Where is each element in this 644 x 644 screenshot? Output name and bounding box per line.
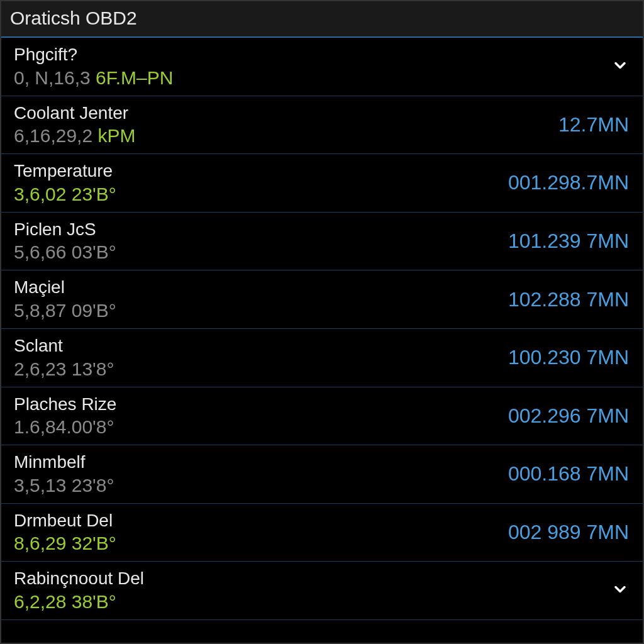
sensor-title: Temperature — [14, 160, 116, 182]
sensor-subtitle: 2,6,23 13'8° — [14, 358, 114, 380]
sensor-subtitle: 6,2,28 38'B° — [14, 591, 144, 613]
sensor-title: Plaches Rize — [14, 394, 116, 415]
sensor-value: 102.288 7MN — [508, 288, 629, 311]
chevron-down-icon[interactable] — [611, 57, 629, 77]
sensor-subtitle: 5,6,66 03'B° — [14, 241, 116, 264]
sensor-row[interactable]: Phgcift?0, N,16,3 6F.M–PN — [1, 38, 643, 96]
sensor-row-left: Maçiel5,8,87 09'B° — [14, 277, 116, 322]
sensor-row[interactable]: Temperature3,6,02 23'B°001.298.7MN — [1, 154, 643, 213]
sensor-row-left: Coolant Jenter6,16,29,2 kPM — [14, 103, 135, 148]
sensor-subtitle: 3,6,02 23'B° — [14, 183, 116, 206]
sensor-row[interactable]: Coolant Jenter6,16,29,2 kPM12.7MN — [1, 96, 643, 155]
sensor-row[interactable]: Maçiel5,8,87 09'B°102.288 7MN — [1, 270, 643, 329]
sensor-value: 100.230 7MN — [508, 346, 629, 369]
sensor-value: 000.168 7MN — [508, 462, 629, 486]
sensor-title: Phgcift? — [14, 44, 173, 65]
sensor-subtitle: 0, N,16,3 6F.M–PN — [14, 67, 173, 89]
app-container: Oraticsh OBD2 Phgcift?0, N,16,3 6F.M–PNC… — [0, 0, 644, 644]
app-header: Oraticsh OBD2 — [1, 1, 643, 38]
sensor-row-left: Sclant2,6,23 13'8° — [14, 335, 114, 380]
sensor-subtitle: 8,6,29 32'B° — [14, 532, 116, 555]
sensor-row[interactable]: Plaches Rize1.6,84.00'8°002.296 7MN — [1, 387, 643, 446]
sensor-title: Drmbeut Del — [14, 510, 116, 531]
sensor-title: Coolant Jenter — [14, 103, 135, 124]
sensor-title: Rabinçnoout Del — [14, 568, 144, 589]
app-title: Oraticsh OBD2 — [10, 8, 634, 29]
sensor-value: 12.7MN — [558, 113, 629, 136]
sensor-row[interactable]: Rabinçnoout Del6,2,28 38'B° — [1, 562, 643, 620]
sensor-list[interactable]: Phgcift?0, N,16,3 6F.M–PNCoolant Jenter6… — [1, 38, 643, 643]
sensor-row-left: Plaches Rize1.6,84.00'8° — [14, 394, 116, 439]
sensor-subtitle: 1.6,84.00'8° — [14, 416, 116, 438]
sensor-value: 002 989 7MN — [508, 521, 629, 544]
sensor-title: Piclen JcS — [14, 219, 116, 240]
chevron-down-icon[interactable] — [611, 580, 629, 601]
sensor-row-left: Piclen JcS5,6,66 03'B° — [14, 219, 116, 264]
sensor-row[interactable]: Drmbeut Del8,6,29 32'B°002 989 7MN — [1, 504, 643, 562]
sensor-subtitle: 6,16,29,2 kPM — [14, 125, 135, 147]
sensor-subtitle: 5,8,87 09'B° — [14, 299, 116, 322]
sensor-row-left: Minmbelf3,5,13 23'8° — [14, 452, 114, 497]
sensor-subtitle: 3,5,13 23'8° — [14, 474, 114, 497]
sensor-row[interactable]: Piclen JcS5,6,66 03'B°101.239 7MN — [1, 213, 643, 271]
sensor-row-left: Rabinçnoout Del6,2,28 38'B° — [14, 568, 144, 613]
sensor-value: 002.296 7MN — [508, 404, 629, 428]
sensor-row-left: Temperature3,6,02 23'B° — [14, 160, 116, 206]
sensor-row[interactable]: Sclant2,6,23 13'8°100.230 7MN — [1, 329, 643, 387]
sensor-title: Maçiel — [14, 277, 116, 298]
sensor-value: 101.239 7MN — [508, 230, 629, 253]
sensor-title: Minmbelf — [14, 452, 114, 473]
sensor-row[interactable]: Minmbelf3,5,13 23'8°000.168 7MN — [1, 445, 643, 504]
sensor-row-left: Drmbeut Del8,6,29 32'B° — [14, 510, 116, 555]
sensor-row-left: Phgcift?0, N,16,3 6F.M–PN — [14, 44, 173, 89]
sensor-title: Sclant — [14, 335, 114, 357]
sensor-value: 001.298.7MN — [508, 171, 629, 194]
